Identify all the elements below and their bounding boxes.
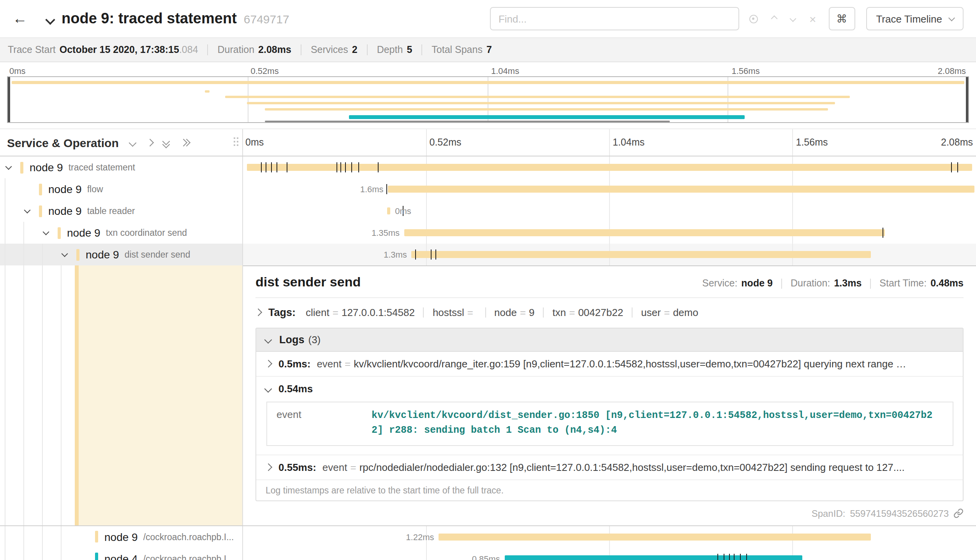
detail-header: dist sender send Service:node 9 Duration… <box>255 275 964 290</box>
collapse-chevron-icon[interactable] <box>5 163 12 170</box>
log-fields-table: event kv/kvclient/kvcoord/dist_sender.go… <box>266 402 953 446</box>
span-bar-cell[interactable]: 0ms <box>243 200 976 222</box>
span-name-cell[interactable]: node 4/cockroach.roachpb.I... <box>0 548 243 560</box>
span-bar-cell[interactable] <box>243 156 976 178</box>
event-tick <box>271 162 272 172</box>
summary-services: Services2 <box>311 44 358 55</box>
span-row[interactable]: node 9/cockroach.roachpb.I...1.22ms <box>0 526 976 548</box>
log-row[interactable]: 0.5ms: event kv/kvclient/kvcoord/range_i… <box>256 352 963 377</box>
event-tick <box>358 162 359 172</box>
span-bar[interactable] <box>388 186 975 193</box>
collapse-chevron-icon[interactable] <box>62 251 68 257</box>
event-tick <box>352 162 352 172</box>
log-field-value: kv/kvclient/kvcoord/dist_sender.go:1850 … <box>368 402 953 445</box>
equals-sign <box>350 462 356 473</box>
span-name-cell[interactable]: node 9/cockroach.roachpb.I... <box>0 526 243 548</box>
minimap-span-bar <box>265 121 669 122</box>
span-row[interactable]: node 9traced statement <box>0 156 976 178</box>
service-operation-title: Service & Operation <box>7 136 119 149</box>
span-bar-cell[interactable]: 1.35ms <box>243 222 976 244</box>
log-row-expanded[interactable]: 0.54ms event kv/kvclient/kvcoord/dist_se… <box>256 377 963 455</box>
span-name-cell[interactable]: node 9table reader <box>0 200 243 222</box>
log-expanded-header[interactable]: 0.54ms <box>266 383 953 395</box>
column-resizer-grip[interactable] <box>234 137 238 147</box>
operation-name: /cockroach.roachpb.I... <box>143 532 239 542</box>
tags-toggle-chevron-icon[interactable] <box>254 309 261 316</box>
find-toolbar: × <box>749 13 816 25</box>
next-match-icon[interactable] <box>789 16 796 22</box>
back-button[interactable]: ← <box>8 10 34 27</box>
span-bar-cell[interactable]: 1.6ms <box>243 178 976 200</box>
span-bar[interactable] <box>505 555 802 560</box>
trace-minimap: 0ms 0.52ms 1.04ms 1.56ms 2.08ms <box>0 62 976 128</box>
logs-toggle-chevron-icon[interactable] <box>264 336 271 343</box>
log-timestamp: 0.55ms: <box>278 462 316 473</box>
event-tick <box>345 162 346 172</box>
find-input[interactable] <box>490 7 739 30</box>
summary-label: Trace Start <box>8 44 56 55</box>
trace-collapse-chevron-icon[interactable] <box>47 12 54 26</box>
span-row[interactable]: node 9table reader0ms <box>0 200 976 222</box>
collapse-chevron-icon[interactable] <box>43 229 49 235</box>
log-field-value: kv/kvclient/kvcoord/range_iter.go:159 [n… <box>354 358 953 370</box>
trace-view-selector-button[interactable]: Trace Timeline <box>866 7 964 30</box>
meta-label: Start Time: <box>879 278 927 289</box>
span-bar[interactable] <box>388 207 391 214</box>
summary-label: Total Spans <box>432 44 483 55</box>
span-name-cell[interactable]: node 9txn coordinator send <box>0 222 243 244</box>
focus-match-icon[interactable] <box>749 14 758 23</box>
event-tick <box>415 249 416 260</box>
span-row[interactable]: node 9txn coordinator send1.35ms <box>0 222 976 244</box>
operation-name: /cockroach.roachpb.I... <box>143 554 239 560</box>
log-toggle-chevron-icon[interactable] <box>264 463 271 470</box>
prev-match-icon[interactable] <box>771 16 777 22</box>
clear-find-icon[interactable]: × <box>809 13 816 25</box>
span-name-cell[interactable]: node 9traced statement <box>0 156 243 178</box>
span-bar-cell[interactable]: 1.22ms <box>243 526 976 548</box>
tag-item: node9 <box>494 307 535 318</box>
span-bar[interactable] <box>439 534 871 541</box>
span-name-cell[interactable]: node 9flow <box>0 178 243 200</box>
copy-link-icon[interactable] <box>953 509 964 519</box>
service-color-chip <box>20 162 23 173</box>
summary-value: 5 <box>407 44 412 55</box>
minimap-canvas[interactable] <box>7 76 969 123</box>
minimap-span-bar <box>247 102 835 104</box>
span-bar[interactable] <box>247 164 972 171</box>
span-bar-cell[interactable]: 0.85ms <box>243 548 976 560</box>
collapse-chevron-icon[interactable] <box>24 207 31 214</box>
summary-depth: Depth5 <box>377 44 412 55</box>
span-bar[interactable] <box>404 229 885 236</box>
log-row[interactable]: 0.55ms: event rpc/nodedialer/nodedialer.… <box>256 455 963 480</box>
minimap-right-scrubber[interactable] <box>966 77 968 122</box>
tag-value: 9 <box>529 307 534 318</box>
detail-start-time: Start Time:0.48ms <box>879 278 964 289</box>
expand-one-icon[interactable] <box>146 139 153 146</box>
event-tick <box>286 162 287 172</box>
span-row[interactable]: node 4/cockroach.roachpb.I...0.85ms <box>0 548 976 560</box>
equals-sign <box>520 307 526 318</box>
service-color-chip <box>95 553 98 560</box>
collapse-all-icon[interactable] <box>164 139 169 146</box>
equals-sign <box>664 307 670 318</box>
separator <box>421 44 422 55</box>
service-name: node 9 <box>48 183 82 195</box>
operation-name: traced statement <box>69 163 140 172</box>
detail-left-rail <box>0 265 243 525</box>
logs-header[interactable]: Logs (3) <box>256 328 963 352</box>
keyboard-shortcuts-button[interactable]: ⌘ <box>828 7 855 30</box>
event-tick <box>746 554 747 560</box>
span-row[interactable]: node 9dist sender send1.3ms <box>0 244 976 265</box>
span-duration-label: 1.3ms <box>384 250 407 259</box>
divider <box>255 297 964 298</box>
span-bar[interactable] <box>412 251 871 258</box>
span-bar-cell[interactable]: 1.3ms <box>243 244 976 265</box>
expand-all-icon[interactable] <box>181 140 189 145</box>
minimap-left-scrubber[interactable] <box>8 77 10 122</box>
span-name-cell[interactable]: node 9dist sender send <box>0 244 243 265</box>
span-row[interactable]: node 9flow1.6ms <box>0 178 976 200</box>
collapse-one-icon[interactable] <box>129 139 136 146</box>
tags-section[interactable]: Tags: client127.0.0.1:54582 hostssl node… <box>255 307 964 318</box>
log-toggle-chevron-icon[interactable] <box>264 385 271 392</box>
log-toggle-chevron-icon[interactable] <box>264 360 271 367</box>
